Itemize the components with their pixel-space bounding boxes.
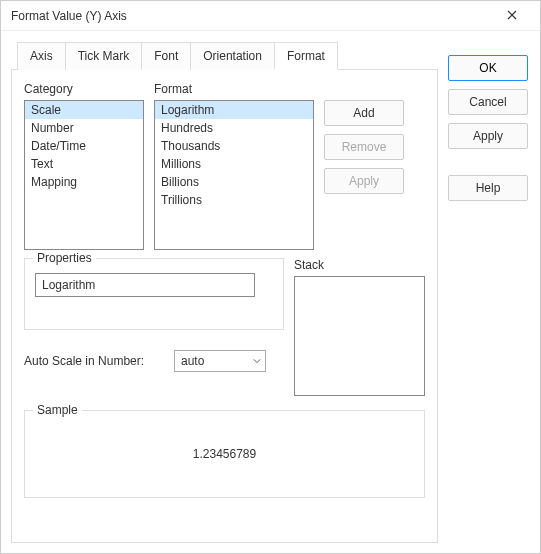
sample-value: 1.23456789 (193, 447, 256, 461)
help-button[interactable]: Help (448, 175, 528, 201)
list-item[interactable]: Text (25, 155, 143, 173)
list-item[interactable]: Logarithm (155, 101, 313, 119)
side-buttons: OK Cancel Apply Help (448, 41, 530, 543)
stack-listbox[interactable] (294, 276, 425, 396)
auto-scale-value: auto (181, 354, 204, 368)
tab-tick-mark[interactable]: Tick Mark (65, 42, 143, 70)
format-buttons-column: Add Remove Apply (324, 82, 406, 250)
apply-format-button[interactable]: Apply (324, 168, 404, 194)
list-item[interactable]: Number (25, 119, 143, 137)
client-area: Axis Tick Mark Font Orientation Format C… (1, 31, 540, 553)
list-item[interactable]: Mapping (25, 173, 143, 191)
dialog-window: Format Value (Y) Axis Axis Tick Mark Fon… (0, 0, 541, 554)
list-item[interactable]: Thousands (155, 137, 313, 155)
close-icon (507, 9, 517, 23)
ok-button[interactable]: OK (448, 55, 528, 81)
auto-scale-combo[interactable]: auto (174, 350, 266, 372)
window-title: Format Value (Y) Axis (11, 9, 492, 23)
mid-row: Properties Logarithm Auto Scale in Numbe… (24, 258, 425, 396)
auto-scale-row: Auto Scale in Number: auto (24, 350, 284, 372)
format-label: Format (154, 82, 314, 96)
add-button[interactable]: Add (324, 100, 404, 126)
list-item[interactable]: Trillions (155, 191, 313, 209)
apply-button[interactable]: Apply (448, 123, 528, 149)
list-item[interactable]: Billions (155, 173, 313, 191)
tab-orientation[interactable]: Orientation (190, 42, 275, 70)
sample-fieldset: Sample 1.23456789 (24, 410, 425, 498)
category-listbox[interactable]: Scale Number Date/Time Text Mapping (24, 100, 144, 250)
category-column: Category Scale Number Date/Time Text Map… (24, 82, 144, 250)
auto-scale-label: Auto Scale in Number: (24, 354, 164, 368)
main-pane: Axis Tick Mark Font Orientation Format C… (11, 41, 438, 543)
chevron-down-icon (253, 354, 261, 368)
tab-format[interactable]: Format (274, 42, 338, 70)
cancel-button[interactable]: Cancel (448, 89, 528, 115)
stack-label: Stack (294, 258, 425, 272)
properties-input[interactable]: Logarithm (35, 273, 255, 297)
close-button[interactable] (492, 2, 532, 30)
top-row: Category Scale Number Date/Time Text Map… (24, 82, 425, 250)
sample-legend: Sample (33, 403, 82, 417)
tab-page-format: Category Scale Number Date/Time Text Map… (11, 69, 438, 543)
properties-fieldset: Properties Logarithm (24, 258, 284, 330)
list-item[interactable]: Millions (155, 155, 313, 173)
list-item[interactable]: Scale (25, 101, 143, 119)
tab-font[interactable]: Font (141, 42, 191, 70)
tab-strip: Axis Tick Mark Font Orientation Format (11, 41, 438, 69)
list-item[interactable]: Hundreds (155, 119, 313, 137)
tab-axis[interactable]: Axis (17, 42, 66, 70)
list-item[interactable]: Date/Time (25, 137, 143, 155)
left-mid-column: Properties Logarithm Auto Scale in Numbe… (24, 258, 284, 396)
properties-legend: Properties (33, 251, 96, 265)
stack-column: Stack (294, 258, 425, 396)
format-column: Format Logarithm Hundreds Thousands Mill… (154, 82, 314, 250)
titlebar: Format Value (Y) Axis (1, 1, 540, 31)
format-listbox[interactable]: Logarithm Hundreds Thousands Millions Bi… (154, 100, 314, 250)
remove-button[interactable]: Remove (324, 134, 404, 160)
category-label: Category (24, 82, 144, 96)
